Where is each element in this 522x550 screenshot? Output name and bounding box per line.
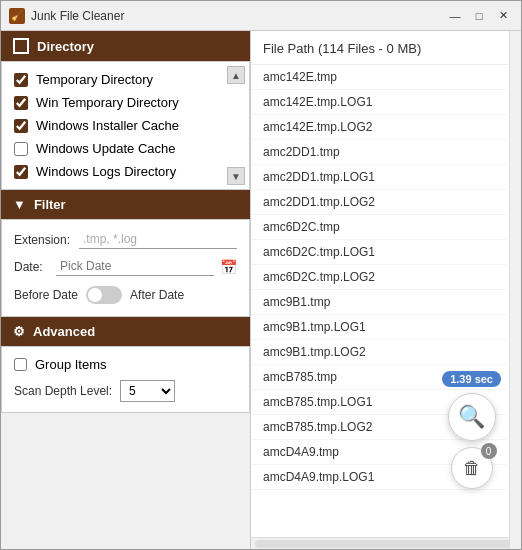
date-row: Date: 📅 bbox=[14, 257, 237, 276]
list-item[interactable]: amc2DD1.tmp bbox=[251, 140, 507, 165]
hscroll-track bbox=[255, 540, 517, 548]
advanced-header: ⚙ Advanced bbox=[1, 317, 250, 346]
main-content: Directory Temporary Directory Win Tempor… bbox=[1, 31, 521, 549]
list-item[interactable]: amc2DD1.tmp.LOG1 bbox=[251, 165, 507, 190]
list-item[interactable]: Windows Installer Cache bbox=[2, 114, 223, 137]
vertical-scrollbar[interactable] bbox=[509, 31, 521, 549]
window-controls: — □ ✕ bbox=[445, 7, 513, 25]
temporary-dir-label: Temporary Directory bbox=[36, 72, 153, 87]
filter-header: ▼ Filter bbox=[1, 190, 250, 219]
file-path-header: File Path (114 Files - 0 MB) bbox=[251, 31, 521, 65]
scroll-down-button[interactable]: ▼ bbox=[227, 167, 245, 185]
search-button[interactable]: 🔍 bbox=[448, 393, 496, 441]
list-item[interactable]: amc142E.tmp.LOG2 bbox=[251, 115, 507, 140]
extension-row: Extension: bbox=[14, 230, 237, 249]
delete-count-badge: 0 bbox=[481, 443, 497, 459]
list-item[interactable]: amc6D2C.tmp bbox=[251, 215, 507, 240]
calendar-icon[interactable]: 📅 bbox=[220, 259, 237, 275]
left-panel: Directory Temporary Directory Win Tempor… bbox=[1, 31, 251, 549]
list-item[interactable]: Windows Logs Directory bbox=[2, 160, 223, 183]
delete-button-container: 🗑 0 bbox=[451, 447, 493, 489]
list-item[interactable]: Win Temporary Directory bbox=[2, 91, 223, 114]
directory-section: Directory Temporary Directory Win Tempor… bbox=[1, 31, 250, 190]
before-date-label: Before Date bbox=[14, 288, 78, 302]
list-item[interactable]: Temporary Directory bbox=[2, 68, 223, 91]
win-temp-dir-checkbox[interactable] bbox=[14, 96, 28, 110]
date-label: Date: bbox=[14, 260, 50, 274]
scroll-up-button[interactable]: ▲ bbox=[227, 66, 245, 84]
filter-body: Extension: Date: 📅 Before Date After Dat… bbox=[1, 219, 250, 317]
list-item[interactable]: amc9B1.tmp.LOG1 bbox=[251, 315, 507, 340]
group-items-row[interactable]: Group Items bbox=[14, 357, 237, 372]
list-item[interactable]: amc9B1.tmp bbox=[251, 290, 507, 315]
win-installer-checkbox[interactable] bbox=[14, 119, 28, 133]
list-item[interactable]: amc6D2C.tmp.LOG2 bbox=[251, 265, 507, 290]
extension-label: Extension: bbox=[14, 233, 73, 247]
group-items-checkbox[interactable] bbox=[14, 358, 27, 371]
directory-header-label: Directory bbox=[37, 39, 94, 54]
scan-depth-select[interactable]: 1 2 3 4 5 6 7 bbox=[120, 380, 175, 402]
list-item[interactable]: amc142E.tmp bbox=[251, 65, 507, 90]
win-installer-label: Windows Installer Cache bbox=[36, 118, 179, 133]
extension-input[interactable] bbox=[79, 230, 237, 249]
search-time-badge: 1.39 sec bbox=[442, 371, 501, 387]
list-item[interactable]: amc6D2C.tmp.LOG1 bbox=[251, 240, 507, 265]
directory-header: Directory bbox=[1, 31, 250, 61]
win-logs-checkbox[interactable] bbox=[14, 165, 28, 179]
after-date-label: After Date bbox=[130, 288, 184, 302]
directory-list: Temporary Directory Win Temporary Direct… bbox=[1, 61, 250, 190]
directory-checkbox-icon[interactable] bbox=[13, 38, 29, 54]
action-overlay: 1.39 sec 🔍 🗑 0 bbox=[442, 371, 501, 489]
list-item[interactable]: Windows Update Cache bbox=[2, 137, 223, 160]
group-items-label: Group Items bbox=[35, 357, 107, 372]
close-button[interactable]: ✕ bbox=[493, 7, 513, 25]
scan-depth-row: Scan Depth Level: 1 2 3 4 5 6 7 bbox=[14, 380, 237, 402]
main-window: 🧹 Junk File Cleaner — □ ✕ Directory Temp… bbox=[0, 0, 522, 550]
win-temp-dir-label: Win Temporary Directory bbox=[36, 95, 179, 110]
list-item[interactable]: amc9B1.tmp.LOG2 bbox=[251, 340, 507, 365]
filter-icon: ▼ bbox=[13, 197, 26, 212]
win-update-label: Windows Update Cache bbox=[36, 141, 175, 156]
date-toggle[interactable] bbox=[86, 286, 122, 304]
date-input[interactable] bbox=[56, 257, 214, 276]
horizontal-scrollbar[interactable] bbox=[251, 537, 521, 549]
scan-depth-label: Scan Depth Level: bbox=[14, 384, 112, 398]
gear-icon: ⚙ bbox=[13, 324, 25, 339]
filter-section: ▼ Filter Extension: Date: 📅 Before Date bbox=[1, 190, 250, 317]
win-logs-label: Windows Logs Directory bbox=[36, 164, 176, 179]
advanced-section: ⚙ Advanced Group Items Scan Depth Level:… bbox=[1, 317, 250, 413]
title-bar: 🧹 Junk File Cleaner — □ ✕ bbox=[1, 1, 521, 31]
list-item[interactable]: amc142E.tmp.LOG1 bbox=[251, 90, 507, 115]
window-title: Junk File Cleaner bbox=[31, 9, 445, 23]
minimize-button[interactable]: — bbox=[445, 7, 465, 25]
filter-header-label: Filter bbox=[34, 197, 66, 212]
advanced-body: Group Items Scan Depth Level: 1 2 3 4 5 … bbox=[1, 346, 250, 413]
temporary-dir-checkbox[interactable] bbox=[14, 73, 28, 87]
date-toggle-row: Before Date After Date bbox=[14, 284, 237, 306]
right-panel: File Path (114 Files - 0 MB) amc142E.tmp… bbox=[251, 31, 521, 549]
list-item[interactable]: amc2DD1.tmp.LOG2 bbox=[251, 190, 507, 215]
app-icon: 🧹 bbox=[9, 8, 25, 24]
win-update-checkbox[interactable] bbox=[14, 142, 28, 156]
advanced-header-label: Advanced bbox=[33, 324, 95, 339]
maximize-button[interactable]: □ bbox=[469, 7, 489, 25]
